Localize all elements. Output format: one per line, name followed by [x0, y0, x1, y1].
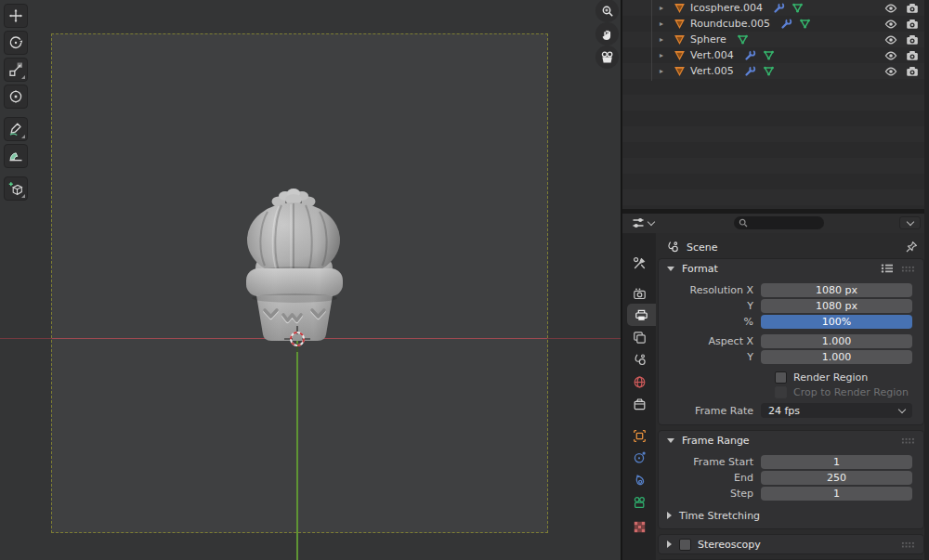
presets-list-icon[interactable]: [881, 263, 894, 274]
frame-range-panel-header[interactable]: Frame Range: [659, 431, 923, 449]
annotate-tool-icon[interactable]: [4, 117, 28, 141]
outliner-row[interactable]: ▸ Vert.005: [622, 63, 929, 79]
visibility-eye-icon[interactable]: [884, 33, 897, 46]
mesh-data-icon: [799, 18, 811, 30]
modifier-wrench-icon: [744, 65, 756, 77]
row-badges: [744, 65, 775, 77]
frame-end-field[interactable]: 250: [761, 471, 912, 485]
visibility-eye-icon[interactable]: [884, 18, 897, 31]
stereoscopy-panel-header[interactable]: Stereoscopy: [659, 535, 923, 553]
grip-icon[interactable]: [901, 541, 915, 548]
modifier-wrench-icon: [780, 18, 792, 30]
breadcrumb-label[interactable]: Scene: [687, 241, 718, 254]
expand-arrow-icon[interactable]: ▸: [660, 51, 674, 59]
outliner-row[interactable]: ▸ Icosphere.004: [622, 0, 929, 16]
chevron-down-icon: [667, 267, 674, 271]
aspect-y-field[interactable]: 1.000: [761, 350, 912, 364]
row-badges: [780, 18, 811, 30]
tab-tool[interactable]: [627, 252, 652, 274]
chevron-down-icon: [906, 218, 913, 226]
frame-rate-dropdown[interactable]: 24 fps: [761, 403, 912, 418]
visibility-eye-icon[interactable]: [884, 65, 897, 78]
outliner-row[interactable]: ▸ Sphere: [622, 32, 929, 47]
tab-object[interactable]: [627, 424, 652, 447]
render-camera-icon[interactable]: [906, 49, 919, 62]
mesh-object-icon: [674, 2, 686, 14]
frame-step-field[interactable]: 1: [761, 487, 912, 501]
tab-particles[interactable]: [627, 469, 652, 491]
tab-object-data[interactable]: [627, 491, 652, 514]
header-dropdown-button[interactable]: [899, 216, 921, 229]
grip-icon[interactable]: [901, 266, 915, 272]
frame-step-row: Step 1: [659, 487, 923, 501]
zoom-icon[interactable]: [595, 0, 619, 22]
format-panel: Format Resolution X 1080 px Y 1080 px %: [658, 258, 924, 425]
render-region-label: Render Region: [793, 371, 868, 384]
frame-rate-label: Frame Rate: [659, 405, 761, 417]
rotate-tool-icon[interactable]: [4, 31, 28, 55]
render-region-checkbox[interactable]: [775, 371, 787, 384]
expand-arrow-icon[interactable]: ▸: [660, 4, 674, 12]
render-camera-icon[interactable]: [906, 65, 919, 78]
scene-icon: [666, 241, 679, 254]
expand-arrow-icon[interactable]: ▸: [660, 67, 674, 75]
tab-world[interactable]: [627, 371, 652, 393]
tab-physics[interactable]: [627, 446, 652, 468]
visibility-eye-icon[interactable]: [884, 49, 897, 62]
tab-scene[interactable]: [627, 348, 652, 371]
outliner-row[interactable]: ▸ Roundcube.005: [622, 16, 929, 32]
resolution-y-field[interactable]: 1080 px: [761, 299, 912, 313]
search-input[interactable]: [734, 216, 824, 229]
render-camera-icon[interactable]: [906, 33, 919, 46]
crop-render-region-checkbox[interactable]: [775, 386, 787, 398]
format-panel-header[interactable]: Format: [659, 259, 923, 278]
stereoscopy-title: Stereoscopy: [698, 539, 761, 551]
tab-output[interactable]: [627, 304, 656, 326]
resolution-percentage-row: % 100%: [659, 315, 923, 329]
aspect-x-label: Aspect X: [659, 335, 761, 347]
tab-view-layer[interactable]: [627, 326, 652, 348]
cactus-model[interactable]: [226, 184, 374, 349]
expand-arrow-icon[interactable]: ▸: [660, 35, 674, 44]
grip-icon[interactable]: [901, 437, 915, 444]
frame-range-title: Frame Range: [682, 435, 750, 447]
pan-hand-icon[interactable]: [595, 22, 619, 46]
properties-tab-strip: [622, 233, 656, 560]
stereoscopy-checkbox[interactable]: [679, 539, 691, 551]
measure-tool-icon[interactable]: [4, 144, 28, 168]
outliner-row[interactable]: ▸ Vert.004: [622, 47, 929, 63]
percentage-label: %: [659, 316, 761, 328]
time-stretching-label: Time Stretching: [679, 510, 760, 522]
visibility-eye-icon[interactable]: [884, 2, 897, 15]
editor-type-button[interactable]: [631, 215, 654, 230]
transform-tool-icon[interactable]: [4, 85, 28, 109]
mesh-data-icon: [763, 65, 775, 77]
blender-window: { "app": "Blender", "viewport": { "tools…: [0, 0, 929, 560]
tab-render[interactable]: [627, 282, 652, 305]
tab-collection[interactable]: [627, 393, 652, 415]
time-stretching-subpanel[interactable]: Time Stretching: [667, 507, 915, 524]
render-camera-icon[interactable]: [906, 18, 919, 31]
expand-arrow-icon[interactable]: ▸: [660, 20, 674, 28]
object-name: Vert.005: [690, 65, 734, 77]
resolution-x-field[interactable]: 1080 px: [761, 283, 912, 297]
frame-rate-row: Frame Rate 24 fps: [659, 403, 923, 418]
tab-texture[interactable]: [627, 515, 652, 538]
frame-start-field[interactable]: 1: [761, 455, 912, 469]
scrollbar-track[interactable]: [924, 0, 929, 560]
percentage-slider[interactable]: 100%: [761, 315, 912, 329]
row-badges: [737, 33, 749, 46]
move-tool-icon[interactable]: [4, 4, 28, 28]
scale-tool-icon[interactable]: [4, 58, 28, 82]
object-name: Roundcube.005: [690, 18, 770, 30]
mesh-data-icon: [737, 33, 749, 46]
mesh-object-icon: [674, 65, 686, 77]
camera-view-icon[interactable]: [595, 46, 619, 69]
render-camera-icon[interactable]: [906, 2, 919, 15]
pin-icon[interactable]: [905, 241, 918, 254]
chevron-right-icon: [667, 540, 672, 548]
properties-content: Scene Format Resolution X 1080 px: [656, 233, 929, 560]
viewport-3d[interactable]: [0, 0, 621, 560]
add-cube-tool-icon[interactable]: [4, 176, 28, 201]
aspect-x-field[interactable]: 1.000: [761, 334, 912, 348]
